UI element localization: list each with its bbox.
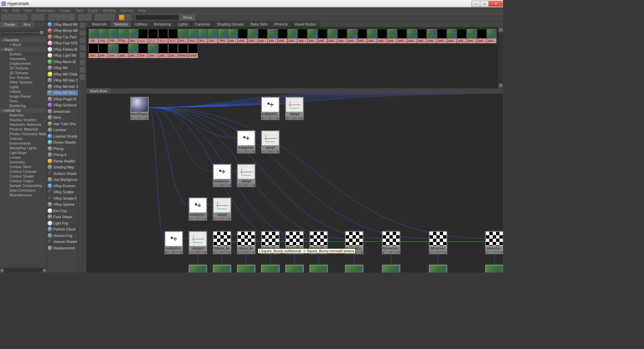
- tree-scrollbar[interactable]: ◂▸: [0, 268, 47, 272]
- texture-thumb[interactable]: pas...: [457, 29, 467, 43]
- shader-list-item[interactable]: Volume Fog: [47, 233, 78, 239]
- texture-thumb[interactable]: pas...: [298, 29, 307, 43]
- menu-edit[interactable]: Edit: [13, 8, 19, 12]
- texture-thumb[interactable]: X_r...: [148, 29, 158, 43]
- texture-thumb[interactable]: bro...: [198, 29, 208, 43]
- shader-list-item[interactable]: VRay Fast SSS: [47, 40, 78, 47]
- texture-thumb[interactable]: pas...: [358, 29, 367, 43]
- texture-thumb[interactable]: ramp2: [188, 44, 198, 58]
- browser-tab[interactable]: Shading Groups: [213, 21, 247, 27]
- shader-list-item[interactable]: VRay Simbiont: [47, 102, 78, 109]
- toolbar-btn[interactable]: [55, 14, 61, 20]
- texture-thumb[interactable]: pas...: [288, 29, 298, 43]
- menu-file[interactable]: File: [2, 8, 8, 12]
- texture-thumb[interactable]: bro...: [178, 29, 188, 43]
- shelf-scrollbar[interactable]: ▴▾: [498, 28, 503, 88]
- node-multiplydivide[interactable]: *÷multiplyDivi...▸▾▸: [261, 97, 280, 120]
- shader-list-item[interactable]: VRay Sphere: [47, 202, 78, 208]
- browser-tab[interactable]: Asset Nodes: [291, 21, 319, 27]
- texture-thumb[interactable]: pas...: [168, 44, 178, 58]
- tree-item[interactable]: Data Conversion: [0, 188, 47, 193]
- browser-tab[interactable]: Rendering: [151, 21, 175, 27]
- texture-thumb[interactable]: pas...: [347, 29, 357, 43]
- node-file[interactable]: RSquint_Tex...▸▾▸: [485, 264, 503, 272]
- node-bump2d[interactable]: LBrowOutU...▸▾▸: [429, 231, 447, 254]
- node-ports[interactable]: ▸▾▸: [213, 217, 231, 220]
- browser-tab[interactable]: Lights: [174, 21, 191, 27]
- tree-item[interactable]: Lights: [0, 85, 47, 89]
- shader-list-item[interactable]: VRay Mtl Hair 3: [47, 84, 78, 90]
- texture-thumb[interactable]: pas...: [89, 44, 98, 58]
- node-multiplydivide[interactable]: *÷multiplyDivi...▸▾▸: [189, 197, 207, 221]
- node-ports[interactable]: ▸▾▸: [213, 184, 231, 187]
- node-clamp[interactable]: clamp6▸▾▸: [285, 97, 304, 120]
- menu-graph[interactable]: Graph: [88, 8, 98, 12]
- node-ports[interactable]: ▸▾▸: [261, 150, 279, 153]
- node-file[interactable]: RSquint_Tex...▸▾▸: [213, 264, 231, 272]
- node-file[interactable]: RSquint_Tex...▸▾▸: [285, 264, 304, 272]
- tree-item[interactable]: Image Planes: [0, 94, 47, 99]
- shader-list-item[interactable]: VRay Blend Mtl: [47, 21, 78, 28]
- tab-bins[interactable]: Bins: [19, 21, 35, 28]
- shader-list-item[interactable]: Shading Map: [47, 164, 78, 171]
- texture-thumb[interactable]: bro...: [208, 29, 218, 43]
- shader-list-item[interactable]: VRay Mtl: [47, 65, 78, 71]
- toolbar-btn[interactable]: [8, 14, 14, 20]
- shader-list-item[interactable]: Light Fog: [47, 220, 78, 227]
- tree-item[interactable]: Geometry: [0, 160, 47, 164]
- node-multiplydivide[interactable]: *÷multiplyDivi...▸▾▸: [237, 130, 256, 154]
- texture-thumb[interactable]: X_r...: [168, 29, 178, 43]
- vstrip-btn[interactable]: [80, 74, 85, 80]
- node-ports[interactable]: ▸▾▸: [285, 116, 304, 120]
- node-ports[interactable]: ▸▾▸: [165, 251, 183, 254]
- shader-list-item[interactable]: Anisotropic: [47, 108, 78, 115]
- toolbar-btn[interactable]: [1, 14, 7, 20]
- node-file[interactable]: RSquint_Tex...▸▾▸: [429, 264, 447, 272]
- shader-list-item[interactable]: Phong E: [47, 152, 78, 158]
- toolbar-btn[interactable]: [15, 14, 21, 20]
- texture-shelf[interactable]: LBr...LSq...RBr...RSq...Squi...X_r...X_r…: [87, 28, 503, 88]
- texture-thumb[interactable]: pas...: [158, 44, 168, 58]
- texture-thumb[interactable]: X_r...: [138, 29, 148, 43]
- texture-thumb[interactable]: pas...: [437, 29, 447, 43]
- node-blendshape[interactable]: blendShape1▸▾▸: [130, 97, 149, 120]
- shader-list-item[interactable]: VRay Mtl Wra.: [47, 90, 78, 96]
- texture-thumb[interactable]: bro...: [188, 29, 198, 43]
- texture-thumb[interactable]: pas...: [268, 29, 277, 43]
- node-clamp[interactable]: clamp8▸▾▸: [237, 164, 256, 187]
- texture-thumb[interactable]: pas...: [138, 44, 148, 58]
- shader-list-item[interactable]: Ocean Shader: [47, 140, 78, 146]
- tree-item[interactable]: Favorites: [0, 38, 47, 42]
- shader-list-item[interactable]: VRay Plugin N.: [47, 96, 78, 102]
- texture-thumb[interactable]: pas...: [328, 29, 337, 43]
- shader-list-item[interactable]: Layered Shade: [47, 133, 78, 140]
- tree-item[interactable]: + Maya: [0, 42, 47, 47]
- toolbar-btn[interactable]: [62, 14, 68, 20]
- tree-item[interactable]: Other Textures: [0, 80, 47, 85]
- texture-thumb[interactable]: RBr...: [108, 29, 118, 43]
- node-bump2d[interactable]: RSquint_Bu...▸▾▸: [213, 231, 231, 254]
- node-ports[interactable]: ▸▾▸: [237, 251, 255, 254]
- vstrip-btn[interactable]: [80, 38, 85, 43]
- texture-thumb[interactable]: LSq...: [99, 29, 108, 43]
- texture-thumb[interactable]: pas...: [417, 29, 427, 43]
- browser-tab[interactable]: Cameras: [192, 21, 214, 27]
- shader-list-item[interactable]: Blinn: [47, 115, 78, 121]
- texture-thumb[interactable]: pas...: [148, 44, 158, 58]
- node-file[interactable]: RSquint_Tex...▸▾▸: [261, 264, 280, 272]
- node-ports[interactable]: ▸▾▸: [130, 116, 149, 120]
- toolbar-btn[interactable]: [95, 14, 101, 20]
- tree-item[interactable]: MentalRay Lights: [0, 146, 47, 150]
- shader-list-item[interactable]: Volume Shader: [47, 239, 78, 245]
- toolbar-search-field[interactable]: [136, 15, 179, 20]
- tree-item[interactable]: Volumetric: [0, 56, 47, 61]
- menu-create[interactable]: Create: [59, 8, 70, 12]
- texture-thumb[interactable]: ramp1: [178, 44, 188, 58]
- vstrip-btn[interactable]: [80, 45, 85, 50]
- tree-item[interactable]: Miscellaneous: [0, 193, 47, 197]
- toolbar-btn[interactable]: [85, 14, 91, 20]
- vstrip-btn[interactable]: [80, 52, 85, 58]
- tree-item[interactable]: mental ray: [0, 108, 47, 113]
- texture-thumb[interactable]: pas...: [487, 29, 497, 43]
- node-ports[interactable]: ▸▾▸: [237, 150, 255, 153]
